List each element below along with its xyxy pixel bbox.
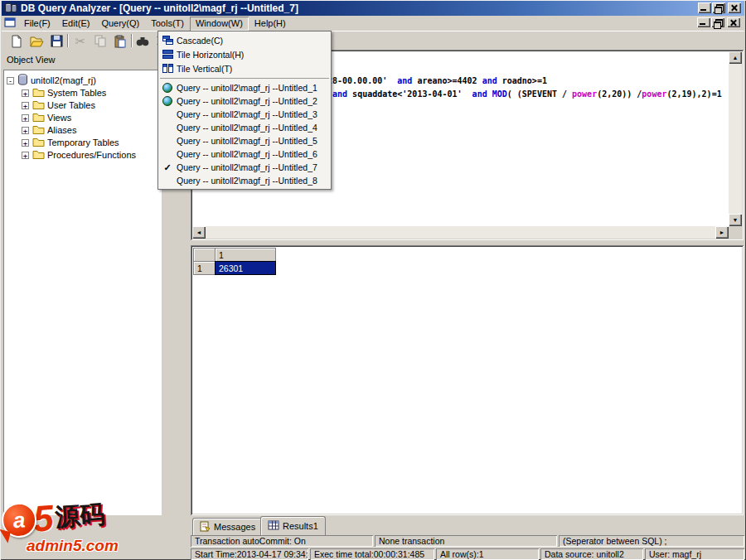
scroll-right-icon[interactable]: ►: [715, 226, 729, 239]
globe-icon: [158, 96, 177, 106]
expand-icon[interactable]: +: [22, 127, 29, 134]
expand-icon[interactable]: +: [22, 139, 29, 147]
check-icon: ✓: [158, 162, 177, 173]
child-restore-icon[interactable]: [711, 17, 724, 27]
collapse-icon[interactable]: -: [7, 77, 14, 84]
status-start-time: Start Time:2013-04-17 09:34:44: [191, 548, 308, 560]
status-row-count: All row(s):1: [436, 548, 539, 560]
tab-messages[interactable]: Messages: [192, 518, 263, 535]
tree-item-system-tables[interactable]: + System Tables: [22, 87, 106, 99]
scroll-down-icon[interactable]: ▼: [729, 214, 742, 226]
database-icon: [17, 74, 28, 87]
menu-item-label: Cascade(C): [177, 36, 223, 46]
tree-item-label[interactable]: Temporary Tables: [47, 138, 119, 147]
paste-button[interactable]: [112, 33, 128, 49]
mdi-child-icon[interactable]: [4, 17, 16, 29]
grid-cell-selected[interactable]: 26301: [215, 261, 276, 275]
menu-item-tile-horizontal[interactable]: Tile Horizontal(H): [158, 47, 331, 61]
tree-item-views[interactable]: + Views: [22, 112, 71, 123]
results-grid-icon: [268, 520, 279, 532]
grid-row-header[interactable]: 1: [193, 261, 216, 275]
tree-item-procedures-functions[interactable]: + Procedures/Functions: [22, 149, 136, 161]
menu-item-window-6[interactable]: Query -- unitoll2\magf_rj --Untitled_6: [158, 147, 331, 161]
menu-item-window-2[interactable]: Query -- unitoll2\magf_rj --Untitled_2: [158, 94, 331, 108]
tree-item-label[interactable]: Aliases: [47, 125, 76, 135]
vertical-scrollbar[interactable]: [729, 51, 742, 226]
cut-button[interactable]: ✂: [72, 33, 89, 49]
menu-help[interactable]: Help(H): [249, 17, 292, 31]
menu-item-label: Query -- unitoll2\magf_rj --Untitled_4: [177, 123, 317, 133]
open-button[interactable]: [28, 33, 45, 49]
expand-icon[interactable]: +: [22, 114, 29, 122]
menu-item-window-1[interactable]: Query -- unitoll2\magf_rj --Untitled_1: [158, 81, 331, 94]
title-bar: DB Query Analyzer - [Query -- unitoll2\m…: [2, 1, 744, 16]
tree-root-row[interactable]: - unitoll2(magf_rj): [7, 75, 96, 86]
horizontal-scrollbar[interactable]: [192, 226, 729, 239]
tree-item-label[interactable]: User Tables: [47, 100, 95, 110]
tree-root-label[interactable]: unitoll2(magf_rj): [31, 75, 96, 85]
menu-item-window-3[interactable]: Query -- unitoll2\magf_rj --Untitled_3: [158, 108, 331, 121]
menu-query[interactable]: Query(Q): [95, 17, 145, 31]
floppy-disk-icon: [51, 35, 63, 47]
grid-corner-cell[interactable]: [193, 248, 216, 262]
status-separator: (Seperator between SQL) ;: [559, 535, 744, 547]
menu-item-window-7[interactable]: ✓ Query -- unitoll2\magf_rj --Untitled_7: [158, 161, 331, 174]
menu-item-label: Query -- unitoll2\magf_rj --Untitled_6: [177, 149, 317, 159]
status-user: User: magf_rj: [645, 548, 744, 560]
binoculars-icon: [136, 36, 149, 46]
admin5-watermark: a 5 源码 admin5.com: [2, 500, 138, 560]
restore-icon[interactable]: [712, 2, 725, 13]
menu-item-cascade[interactable]: Cascade(C): [158, 33, 331, 47]
window-menu: Cascade(C) Tile Horizontal(H) Tile Verti…: [157, 31, 332, 190]
app-icon: [4, 2, 17, 14]
status-exec-time: Exec time total:00:00:31:485: [310, 548, 434, 560]
grid-column-header[interactable]: 1: [215, 248, 276, 262]
find-button[interactable]: [134, 33, 151, 49]
folder-icon: [32, 112, 45, 123]
status-data-source: Data source: unitoll2: [540, 548, 643, 560]
minimize-icon[interactable]: [698, 2, 711, 13]
expand-icon[interactable]: +: [22, 89, 29, 97]
menu-separator: [160, 78, 329, 79]
menu-item-label: Query -- unitoll2\magf_rj --Untitled_7: [177, 162, 317, 172]
tab-results1[interactable]: Results1: [260, 516, 326, 535]
child-close-icon[interactable]: [727, 17, 740, 27]
tab-label: Messages: [214, 522, 255, 532]
scrollbar-corner: [729, 226, 742, 239]
child-minimize-icon[interactable]: [697, 17, 710, 27]
menu-window[interactable]: Window(W): [190, 17, 249, 31]
object-view-tree[interactable]: - unitoll2(magf_rj) + System Tables + Us…: [3, 70, 162, 515]
menu-item-window-8[interactable]: Query -- unitoll2\magf_rj --Untitled_8: [158, 174, 331, 187]
toolbar-separator: [131, 34, 133, 47]
scroll-up-icon[interactable]: ▲: [729, 51, 742, 64]
menu-edit[interactable]: Edit(E): [56, 17, 96, 31]
logo-site-text: admin5.com: [27, 537, 119, 555]
tree-item-aliases[interactable]: + Aliases: [22, 124, 76, 136]
menu-item-label: Query -- unitoll2\magf_rj --Untitled_8: [177, 176, 317, 186]
tree-item-temporary-tables[interactable]: + Temporary Tables: [22, 137, 119, 148]
folder-icon: [32, 99, 45, 111]
tree-item-user-tables[interactable]: + User Tables: [22, 99, 95, 111]
menu-item-window-4[interactable]: Query -- unitoll2\magf_rj --Untitled_4: [158, 121, 331, 134]
expand-icon[interactable]: +: [22, 152, 29, 159]
cascade-icon: [158, 36, 177, 45]
expand-icon[interactable]: +: [22, 102, 29, 109]
close-icon[interactable]: [728, 2, 741, 13]
save-button[interactable]: [48, 33, 65, 49]
menu-tools[interactable]: Tools(T): [145, 17, 190, 31]
menu-file[interactable]: File(F): [18, 17, 56, 31]
new-document-icon: [11, 35, 22, 48]
new-query-button[interactable]: [8, 33, 25, 49]
tree-item-label[interactable]: System Tables: [47, 88, 106, 98]
menu-item-label: Tile Vertical(T): [177, 64, 232, 74]
tree-item-label[interactable]: Views: [47, 113, 71, 123]
copy-button[interactable]: [92, 33, 109, 49]
menu-item-window-5[interactable]: Query -- unitoll2\magf_rj --Untitled_5: [158, 134, 331, 147]
menu-item-tile-vertical[interactable]: Tile Vertical(T): [158, 61, 331, 75]
tree-item-label[interactable]: Procedures/Functions: [47, 150, 136, 160]
scroll-left-icon[interactable]: ◄: [192, 226, 206, 239]
mdi-child-controls: [697, 17, 740, 27]
menu-item-label: Query -- unitoll2\magf_rj --Untitled_1: [177, 83, 317, 93]
window-title: DB Query Analyzer - [Query -- unitoll2\m…: [21, 2, 298, 14]
open-folder-icon: [30, 36, 44, 47]
